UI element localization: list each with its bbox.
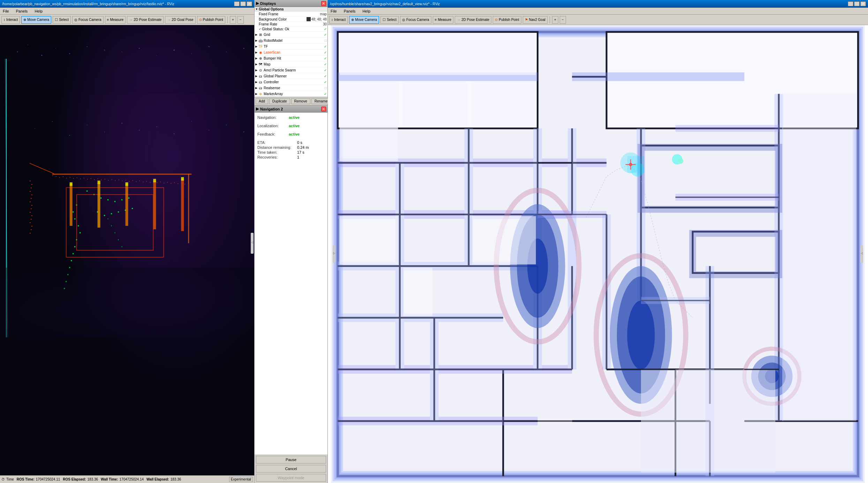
amcl-item[interactable]: ▶ ⊙ Amcl Particle Swarm ✓ <box>255 67 327 73</box>
distance-label: Distance remaining: <box>257 145 296 150</box>
frame-rate-value: 30 <box>323 22 327 26</box>
right-minus-toolbar-btn[interactable]: − <box>560 16 566 24</box>
displays-close-btn[interactable]: ✕ <box>321 1 326 6</box>
right-select-btn[interactable]: ☐ Select <box>380 16 399 24</box>
left-add-toolbar-btn[interactable]: + <box>230 16 236 24</box>
svg-rect-94 <box>143 182 143 182</box>
map-label: Map <box>264 62 323 66</box>
left-title: /home/polarbear/pb_navigation_ws/pb_rmsi… <box>2 2 174 6</box>
tf-item[interactable]: ▶ TF TF ✓ <box>255 44 327 49</box>
left-select-btn[interactable]: ☐ Select <box>53 16 71 24</box>
marker-array-item[interactable]: ▶ ⊕ MarkerArray ✓ <box>255 91 327 97</box>
laser-scan-item[interactable]: ▶ ◉ LaserScan ✓ <box>255 49 327 55</box>
add-display-btn[interactable]: Add <box>256 98 268 104</box>
background-color-label: Background Color <box>259 17 306 21</box>
right-file-menu[interactable]: File <box>329 9 338 14</box>
navigation-status: active <box>289 115 300 120</box>
right-panels-menu[interactable]: Panels <box>342 9 357 14</box>
svg-rect-52 <box>31 198 32 199</box>
tf-check: ✓ <box>324 45 327 48</box>
recoveries-label: Recoveries: <box>257 155 296 159</box>
right-select-label: Select <box>387 18 397 22</box>
cancel-btn[interactable]: Cancel <box>256 465 326 473</box>
realsense-item[interactable]: ▶ 🗂 Realsense □ <box>255 85 327 91</box>
controller-item[interactable]: ▶ 🗂 Controller ✓ <box>255 79 327 85</box>
fixed-frame-item[interactable]: Fixed Frame map <box>255 12 327 17</box>
wall-elapsed-label: Wall Elapsed: <box>146 477 169 481</box>
left-panels-menu[interactable]: Panels <box>15 9 29 14</box>
right-window-controls: _ □ ✕ <box>848 1 866 6</box>
marker-array-check: ✓ <box>324 92 327 96</box>
feedback-status: active <box>289 132 300 136</box>
global-planner-item[interactable]: ▶ 🗂 Global Planner ✓ <box>255 73 327 79</box>
left-toolbar: ↕ Interact ⊕ Move Camera ☐ Select ◎ Focu… <box>0 15 254 25</box>
map-icon: 🗺 <box>258 62 263 67</box>
time-taken-value: 17 s <box>297 150 304 154</box>
right-focus-camera-btn[interactable]: ◎ Focus Camera <box>400 16 431 24</box>
left-3d-viewport[interactable]: ◁ <box>0 25 254 475</box>
map-item[interactable]: ▶ 🗺 Map ✓ <box>255 61 327 67</box>
left-close-btn[interactable]: ✕ <box>247 1 252 6</box>
left-move-camera-btn[interactable]: ⊕ Move Camera <box>21 16 51 24</box>
global-status-item[interactable]: ✓ Global Status: Ok ✓ <box>255 27 327 32</box>
nav2-title-text: Navigation 2 <box>260 107 283 111</box>
wall-elapsed-value: 183.36 <box>171 477 181 481</box>
right-help-menu[interactable]: Help <box>361 9 372 14</box>
svg-rect-80 <box>94 179 95 180</box>
map-check: ✓ <box>324 62 327 66</box>
right-interact-btn[interactable]: ↕ Interact <box>329 16 348 24</box>
svg-point-131 <box>174 133 174 134</box>
left-pose-estimate-btn[interactable]: → 2D Pose Estimate <box>127 16 164 24</box>
grid-item[interactable]: ▶ ⊞ Grid ✓ <box>255 32 327 38</box>
navigation-row: Navigation: active <box>257 115 325 120</box>
amcl-icon: ⊙ <box>258 68 263 72</box>
svg-rect-116 <box>153 179 156 182</box>
right-move-camera-btn[interactable]: ⊕ Move Camera <box>349 16 379 24</box>
right-map-viewport[interactable]: ▷ ◁ <box>328 25 868 483</box>
left-publish-point-btn[interactable]: ⊙ Publish Point <box>197 16 225 24</box>
left-measure-btn[interactable]: ≡ Measure <box>105 16 126 24</box>
eta-row: ETA: 0 s <box>257 140 325 145</box>
right-title: /opt/ros/humble/share/nav2_bringup/rviz/… <box>330 2 440 6</box>
duplicate-display-btn[interactable]: Duplicate <box>269 98 290 104</box>
robot-model-item[interactable]: ▶ 🤖 RobotModel □ <box>255 38 327 44</box>
svg-rect-54 <box>31 205 32 206</box>
grid-check: ✓ <box>324 33 327 37</box>
svg-rect-81 <box>98 178 98 179</box>
left-interact-btn[interactable]: ↕ Interact <box>1 16 20 24</box>
left-file-menu[interactable]: File <box>1 9 10 14</box>
bumper-hit-item[interactable]: ▶ ⊕ Bumper Hit ✓ <box>255 55 327 61</box>
svg-rect-69 <box>56 176 56 177</box>
svg-rect-109 <box>98 182 100 228</box>
waypoint-btn[interactable]: Waypoint mode <box>256 474 326 482</box>
left-goal-pose-btn[interactable]: → 2D Goal Pose <box>165 16 195 24</box>
remove-display-btn[interactable]: Remove <box>291 98 310 104</box>
displays-panel-arrow: ▶ <box>256 1 259 6</box>
right-add-toolbar-btn[interactable]: + <box>552 16 558 24</box>
right-measure-btn[interactable]: ≡ Measure <box>433 16 454 24</box>
right-maximize-btn[interactable]: □ <box>854 1 860 6</box>
right-pose-estimate-btn[interactable]: → 2D Pose Estimate <box>455 16 491 24</box>
fixed-frame-value: map <box>320 12 327 16</box>
ros-time-label: ROS Time: <box>17 477 35 481</box>
distance-value: 0.24 m <box>297 145 309 150</box>
background-color-item[interactable]: Background Color 48; 48; 48 <box>255 17 327 22</box>
svg-point-124 <box>52 121 53 122</box>
right-publish-point-btn[interactable]: ⊙ Publish Point <box>493 16 521 24</box>
amcl-check: ✓ <box>324 68 327 72</box>
pause-btn[interactable]: Pause <box>256 456 326 463</box>
left-maximize-btn[interactable]: □ <box>240 1 246 6</box>
left-focus-camera-btn[interactable]: ◎ Focus Camera <box>72 16 104 24</box>
amcl-arrow: ▶ <box>255 69 257 72</box>
right-nav2goal-label: Nav2 Goal <box>529 18 545 22</box>
left-minimize-btn[interactable]: _ <box>234 1 240 6</box>
left-help-menu[interactable]: Help <box>33 9 44 14</box>
nav2-close-btn[interactable]: ✕ <box>321 107 326 112</box>
global-options-section[interactable]: ▼ Global Options <box>255 7 327 12</box>
svg-rect-200 <box>403 82 467 127</box>
right-close-btn[interactable]: ✕ <box>860 1 866 6</box>
left-minus-toolbar-btn[interactable]: − <box>237 16 244 24</box>
right-minimize-btn[interactable]: _ <box>848 1 853 6</box>
right-nav2goal-btn[interactable]: ⚑ Nav2 Goal <box>523 16 548 24</box>
frame-rate-item[interactable]: Frame Rate 30 <box>255 22 327 27</box>
